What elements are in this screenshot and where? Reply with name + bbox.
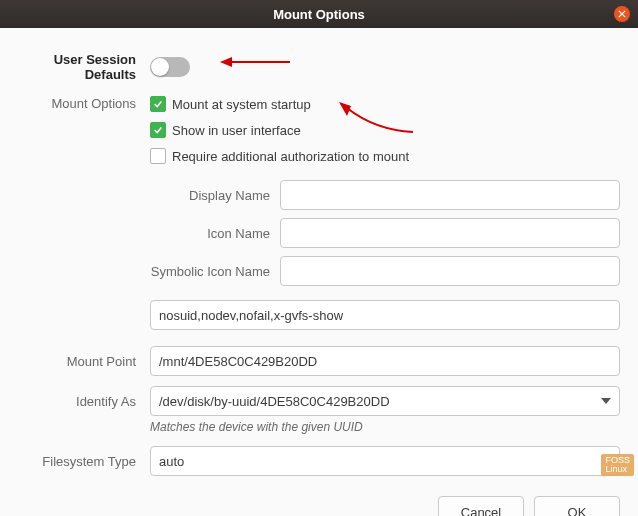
checkbox-icon-unchecked xyxy=(150,148,166,164)
mount-at-startup-label: Mount at system startup xyxy=(172,97,311,112)
session-defaults-toggle[interactable] xyxy=(150,57,190,77)
require-auth-label: Require additional authorization to moun… xyxy=(172,149,409,164)
filesystem-type-input[interactable] xyxy=(150,446,620,476)
symbolic-icon-name-label: Symbolic Icon Name xyxy=(150,264,280,279)
mount-point-input[interactable] xyxy=(150,346,620,376)
identify-as-combo[interactable]: /dev/disk/by-uuid/4DE58C0C429B20DD xyxy=(150,386,620,416)
cancel-button[interactable]: Cancel xyxy=(438,496,524,516)
display-name-label: Display Name xyxy=(150,188,280,203)
window-title: Mount Options xyxy=(273,7,365,22)
watermark: FOSS Linux xyxy=(601,454,634,476)
ok-button[interactable]: OK xyxy=(534,496,620,516)
mount-point-label: Mount Point xyxy=(10,354,150,369)
show-in-ui-checkbox[interactable]: Show in user interface xyxy=(150,122,620,138)
require-auth-checkbox[interactable]: Require additional authorization to moun… xyxy=(150,148,620,164)
chevron-down-icon xyxy=(601,398,611,404)
checkbox-icon-checked xyxy=(150,122,166,138)
filesystem-type-label: Filesystem Type xyxy=(10,454,150,469)
identify-as-value: /dev/disk/by-uuid/4DE58C0C429B20DD xyxy=(159,394,390,409)
close-icon xyxy=(618,10,626,18)
titlebar: Mount Options xyxy=(0,0,638,28)
icon-name-label: Icon Name xyxy=(150,226,280,241)
show-in-ui-label: Show in user interface xyxy=(172,123,301,138)
icon-name-input[interactable] xyxy=(280,218,620,248)
session-defaults-label: User Session Defaults xyxy=(10,52,150,82)
toggle-knob xyxy=(151,58,169,76)
dialog-content: User Session Defaults Mount Options Moun… xyxy=(0,28,638,516)
symbolic-icon-name-input[interactable] xyxy=(280,256,620,286)
identify-as-hint: Matches the device with the given UUID xyxy=(150,420,363,434)
mount-options-label: Mount Options xyxy=(10,96,150,111)
display-name-input[interactable] xyxy=(280,180,620,210)
identify-as-label: Identify As xyxy=(10,394,150,409)
mount-options-string-input[interactable] xyxy=(150,300,620,330)
close-button[interactable] xyxy=(614,6,630,22)
checkbox-icon-checked xyxy=(150,96,166,112)
mount-at-startup-checkbox[interactable]: Mount at system startup xyxy=(150,96,620,112)
